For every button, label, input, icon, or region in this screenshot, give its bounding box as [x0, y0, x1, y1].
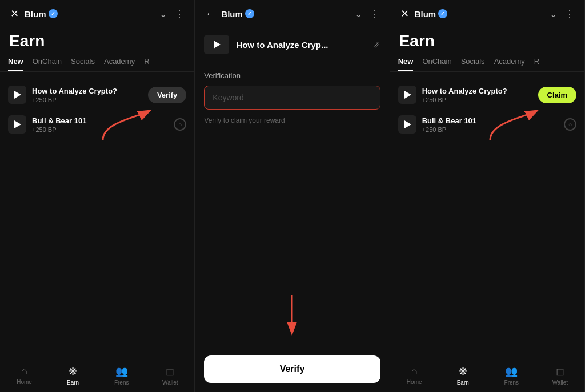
task-info-1-right: How to Analyze Crypto? +250 BP — [422, 87, 532, 103]
more-icon-middle[interactable]: ⋮ — [368, 6, 382, 22]
topbar-left: ✕ Blum ✓ ⌄ ⋮ — [0, 0, 194, 27]
nav-wallet-label-right: Wallet — [552, 379, 568, 386]
bottom-nav-right: ⌂ Home ❋ Earn 👥 Frens ◻ Wallet — [390, 358, 584, 392]
task-item-2-right[interactable]: Bull & Bear 101 +250 BP ○ — [390, 110, 584, 139]
task-title-1-right: How to Analyze Crypto? — [422, 87, 532, 95]
verification-label: Verification — [204, 71, 380, 80]
task-title-2-right: Bull & Bear 101 — [422, 116, 558, 125]
page-title-right: Earn — [390, 27, 584, 57]
task-info-2-right: Bull & Bear 101 +250 BP — [422, 116, 558, 133]
nav-home-left[interactable]: ⌂ Home — [0, 362, 49, 389]
task-title-1-left: How to Analyze Crypto? — [32, 87, 142, 95]
tabs-left: New OnChain Socials Academy R — [0, 57, 194, 72]
app-title-right: Blum ✓ — [415, 9, 544, 19]
nav-wallet-right[interactable]: ◻ Wallet — [536, 362, 584, 389]
tab-socials-right[interactable]: Socials — [461, 57, 485, 71]
verification-section: Verification Verify to claim your reward — [195, 62, 389, 355]
tab-new-right[interactable]: New — [398, 57, 414, 71]
panel-middle: ← Blum ✓ ⌄ ⋮ How to Analyze Cryp... ⬀ Ve… — [195, 0, 390, 392]
nav-frens-label-right: Frens — [504, 379, 519, 386]
more-icon-left[interactable]: ⋮ — [173, 6, 186, 22]
frens-icon-right: 👥 — [505, 365, 518, 378]
verified-badge-right: ✓ — [438, 9, 447, 18]
task-list-right: How to Analyze Crypto? +250 BP Claim Bul… — [390, 76, 584, 358]
check-icon-2-right: ○ — [564, 118, 576, 131]
nav-home-label-right: Home — [407, 379, 422, 385]
back-icon[interactable]: ← — [203, 6, 218, 22]
page-title-left: Earn — [0, 27, 194, 57]
nav-earn-right[interactable]: ❋ Earn — [439, 362, 487, 389]
tab-r-right[interactable]: R — [534, 57, 539, 71]
nav-frens-label-left: Frens — [114, 379, 129, 386]
nav-wallet-left[interactable]: ◻ Wallet — [146, 362, 194, 389]
nav-wallet-label-left: Wallet — [162, 379, 178, 386]
verify-button-left[interactable]: Verify — [148, 87, 186, 103]
task-pts-2-right: +250 BP — [422, 126, 558, 133]
tab-academy-left[interactable]: Academy — [104, 57, 135, 71]
task-pts-1-right: +250 BP — [422, 96, 532, 103]
video-thumbnail — [204, 35, 229, 54]
home-icon-left: ⌂ — [21, 365, 27, 377]
nav-earn-label-right: Earn — [457, 379, 469, 386]
claim-button-right[interactable]: Claim — [538, 87, 576, 103]
nav-frens-left[interactable]: 👥 Frens — [97, 362, 146, 389]
video-header: How to Analyze Cryp... ⬀ — [195, 27, 389, 62]
more-icon-right[interactable]: ⋮ — [563, 6, 576, 22]
topbar-right: ✕ Blum ✓ ⌄ ⋮ — [390, 0, 584, 27]
verified-badge-middle: ✓ — [245, 9, 254, 18]
earn-icon-left: ❋ — [69, 365, 77, 378]
tab-academy-right[interactable]: Academy — [494, 57, 525, 71]
verified-badge-left: ✓ — [49, 9, 58, 18]
app-title-middle: Blum ✓ — [221, 9, 348, 19]
task-info-1-left: How to Analyze Crypto? +250 BP — [32, 87, 142, 103]
youtube-icon-2-left — [8, 115, 26, 134]
topbar-middle: ← Blum ✓ ⌄ ⋮ — [195, 0, 389, 27]
check-icon-2-left: ○ — [174, 118, 186, 131]
nav-earn-left[interactable]: ❋ Earn — [49, 362, 97, 389]
verify-button-bottom[interactable]: Verify — [204, 355, 380, 383]
close-icon[interactable]: ✕ — [8, 5, 21, 22]
task-info-2-left: Bull & Bear 101 +250 BP — [32, 116, 168, 133]
youtube-icon-2-right — [398, 115, 416, 134]
frens-icon-left: 👥 — [115, 365, 128, 378]
wallet-icon-right: ◻ — [556, 365, 564, 378]
tabs-right: New OnChain Socials Academy R — [390, 57, 584, 72]
nav-frens-right[interactable]: 👥 Frens — [487, 362, 536, 389]
task-title-2-left: Bull & Bear 101 — [32, 116, 168, 125]
dropdown-icon-middle[interactable]: ⌄ — [352, 6, 364, 22]
task-item-1-right[interactable]: How to Analyze Crypto? +250 BP Claim — [390, 80, 584, 110]
nav-home-right[interactable]: ⌂ Home — [390, 362, 439, 389]
task-list-left: How to Analyze Crypto? +250 BP Verify Bu… — [0, 76, 194, 358]
video-title: How to Analyze Cryp... — [236, 40, 366, 50]
earn-icon-right: ❋ — [459, 365, 467, 378]
nav-home-label-left: Home — [17, 379, 32, 385]
bottom-nav-left: ⌂ Home ❋ Earn 👥 Frens ◻ Wallet — [0, 358, 194, 392]
task-item-1-left[interactable]: How to Analyze Crypto? +250 BP Verify — [0, 80, 194, 110]
home-icon-right: ⌂ — [411, 365, 418, 377]
tab-onchain-right[interactable]: OnChain — [422, 57, 451, 71]
panel-left: ✕ Blum ✓ ⌄ ⋮ Earn New OnChain Socials Ac… — [0, 0, 195, 392]
dropdown-icon-right[interactable]: ⌄ — [547, 6, 559, 22]
task-item-2-left[interactable]: Bull & Bear 101 +250 BP ○ — [0, 110, 194, 139]
tab-socials-left[interactable]: Socials — [71, 57, 95, 71]
tab-r-left[interactable]: R — [144, 57, 149, 71]
nav-earn-label-left: Earn — [67, 379, 79, 386]
tab-new-left[interactable]: New — [8, 57, 23, 71]
tab-onchain-left[interactable]: OnChain — [33, 57, 62, 71]
youtube-icon-1-left — [8, 86, 26, 104]
app-title-left: Blum ✓ — [25, 9, 154, 19]
external-link-icon[interactable]: ⬀ — [374, 40, 380, 49]
keyword-input[interactable] — [204, 86, 380, 110]
youtube-icon-1-right — [398, 86, 416, 104]
verify-hint: Verify to claim your reward — [204, 116, 380, 124]
task-pts-2-left: +250 BP — [32, 126, 168, 133]
task-pts-1-left: +250 BP — [32, 96, 142, 103]
panel-right: ✕ Blum ✓ ⌄ ⋮ Earn New OnChain Socials Ac… — [390, 0, 585, 392]
close-icon-right[interactable]: ✕ — [398, 5, 411, 22]
dropdown-icon-left[interactable]: ⌄ — [157, 6, 169, 22]
wallet-icon-left: ◻ — [166, 365, 174, 378]
